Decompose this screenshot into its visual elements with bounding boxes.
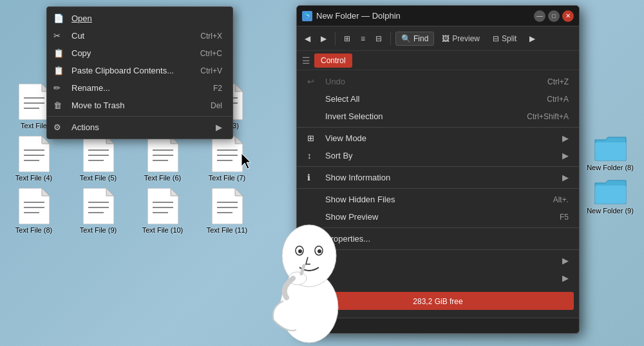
search-icon: 🔍 — [401, 34, 411, 43]
more-button[interactable]: ▶ — [524, 32, 540, 45]
list-item[interactable]: Text File (9) — [71, 188, 126, 234]
view-mode-label: View Mode — [325, 133, 557, 143]
find-button[interactable]: 🔍 Find — [395, 32, 434, 46]
forward-button[interactable]: ▶ — [317, 32, 330, 46]
dolphin-menubar: ☰ Control — [297, 51, 579, 70]
back-button[interactable]: ◀ — [301, 32, 314, 46]
select-all-label: Select All — [325, 94, 547, 104]
toolbar-separator — [335, 32, 336, 45]
toolbar-separator-2 — [390, 32, 391, 45]
file-label: Text File (4) — [15, 174, 52, 182]
dropdown-undo: ↩ Undo Ctrl+Z — [297, 73, 579, 90]
list-item[interactable]: Text File (4) — [6, 136, 61, 182]
svg-marker-41 — [42, 188, 50, 196]
file-label: Text File (10) — [142, 226, 184, 234]
info-icon: ℹ — [307, 173, 320, 182]
meme-character — [251, 204, 367, 346]
file-label: Text File (6) — [144, 174, 181, 182]
copy-shortcut: Ctrl+C — [200, 49, 222, 58]
context-menu-paste[interactable]: 📋 Paste Clipboard Contents... Ctrl+V — [47, 62, 232, 79]
list-item[interactable]: Text File (8) — [6, 188, 61, 234]
view-compact-button[interactable]: ⊟ — [372, 32, 386, 46]
folder-label: New Folder (8) — [587, 164, 634, 171]
context-menu-trash[interactable]: 🗑 Move to Trash Del — [47, 97, 232, 114]
sort-icon: ↕ — [307, 151, 320, 160]
rename-icon: ✏ — [53, 83, 66, 93]
hidden-files-label: Show Hidden Files — [325, 195, 553, 204]
trash-shortcut: Del — [211, 101, 222, 110]
hidden-shortcut: Alt+. — [553, 195, 569, 204]
context-menu-open-label: Open — [71, 14, 222, 23]
file-label: Text File (9) — [80, 226, 117, 234]
view-mode-icon: ⊞ — [307, 133, 320, 143]
context-menu-rename[interactable]: ✏ Rename... F2 — [47, 79, 232, 97]
svg-marker-56 — [235, 188, 243, 196]
dolphin-title: New Folder — Dolphin — [316, 11, 534, 21]
copy-icon: 📋 — [53, 48, 66, 58]
paste-icon: 📋 — [53, 66, 66, 75]
context-menu-separator — [47, 116, 232, 117]
svg-rect-66 — [595, 186, 626, 204]
invert-label: Invert Selection — [325, 111, 527, 121]
list-item[interactable]: Text File (11) — [200, 188, 254, 234]
preview-button[interactable]: 🖼 Preview — [437, 32, 485, 45]
undo-icon: ↩ — [307, 77, 320, 86]
svg-marker-16 — [235, 84, 243, 91]
dolphin-titlebar: 🐬 New Folder — Dolphin — □ ✕ — [297, 6, 579, 26]
close-button[interactable]: ✕ — [562, 10, 574, 22]
file-label: Text File (8) — [15, 226, 52, 234]
context-menu-actions[interactable]: ⚙ Actions ▶ — [47, 119, 232, 136]
preview-shortcut: F5 — [560, 213, 569, 222]
context-menu-copy-label: Copy — [71, 48, 200, 58]
control-menu[interactable]: Control — [314, 53, 352, 68]
paste-shortcut: Ctrl+V — [200, 66, 222, 75]
list-item[interactable]: Text File (6) — [135, 136, 190, 182]
list-item[interactable]: Text File (5) — [71, 136, 126, 182]
preview-label: Preview — [452, 34, 480, 43]
actions-icon: ⚙ — [53, 122, 66, 132]
svg-marker-46 — [106, 188, 114, 196]
dropdown-invert[interactable]: Invert Selection Ctrl+Shift+A — [297, 108, 579, 125]
list-item[interactable]: Text File (7) — [200, 136, 254, 182]
select-all-shortcut: Ctrl+A — [547, 95, 569, 104]
rename-shortcut: F2 — [213, 84, 222, 93]
show-info-arrow: ▶ — [562, 173, 569, 182]
sort-by-arrow: ▶ — [562, 151, 569, 160]
extra2-arrow: ▶ — [562, 273, 569, 283]
list-item[interactable]: New Folder (8) — [586, 133, 634, 171]
file-label: Text File — [21, 122, 47, 130]
desktop: Text File Text File (1) Text File (2) — [0, 0, 644, 346]
svg-point-71 — [298, 249, 302, 253]
file-label: Text File (11) — [207, 226, 248, 234]
list-item[interactable]: New Folder (9) — [586, 177, 634, 215]
open-icon: 📄 — [53, 14, 66, 23]
file-label: Text File (7) — [209, 174, 245, 182]
split-button[interactable]: ⊟ Split — [488, 32, 522, 45]
context-menu-cut[interactable]: ✂ Cut Ctrl+X — [47, 27, 232, 44]
cut-icon: ✂ — [53, 31, 66, 41]
view-list-button[interactable]: ≡ — [357, 32, 369, 46]
dropdown-sep1 — [297, 127, 579, 128]
folder-label: New Folder (9) — [587, 207, 634, 215]
show-info-label: Show Information — [325, 173, 557, 182]
context-menu-copy[interactable]: 📋 Copy Ctrl+C — [47, 44, 232, 62]
context-menu-open[interactable]: 📄 Open — [47, 10, 232, 27]
sort-by-label: Sort By — [325, 151, 557, 160]
dropdown-sort-by[interactable]: ↕ Sort By ▶ — [297, 147, 579, 164]
dolphin-app-icon: 🐬 — [302, 11, 312, 21]
list-item[interactable]: Text File (10) — [135, 188, 190, 234]
dropdown-select-all[interactable]: Select All Ctrl+A — [297, 90, 579, 108]
context-menu: 📄 Open ✂ Cut Ctrl+X 📋 Copy Ctrl+C 📋 Past… — [46, 6, 233, 139]
view-mode-arrow: ▶ — [562, 133, 569, 143]
view-icons-button[interactable]: ⊞ — [340, 32, 354, 46]
dropdown-show-info[interactable]: ℹ Show Information ▶ — [297, 169, 579, 186]
context-menu-rename-label: Rename... — [71, 83, 213, 93]
undo-label: Undo — [325, 77, 547, 86]
minimize-button[interactable]: — — [534, 10, 545, 22]
hamburger-icon: ☰ — [302, 55, 310, 66]
context-menu-trash-label: Move to Trash — [71, 101, 211, 110]
extra1-arrow: ▶ — [562, 256, 569, 265]
maximize-button[interactable]: □ — [548, 10, 560, 22]
svg-marker-36 — [235, 136, 243, 144]
dropdown-view-mode[interactable]: ⊞ View Mode ▶ — [297, 130, 579, 147]
